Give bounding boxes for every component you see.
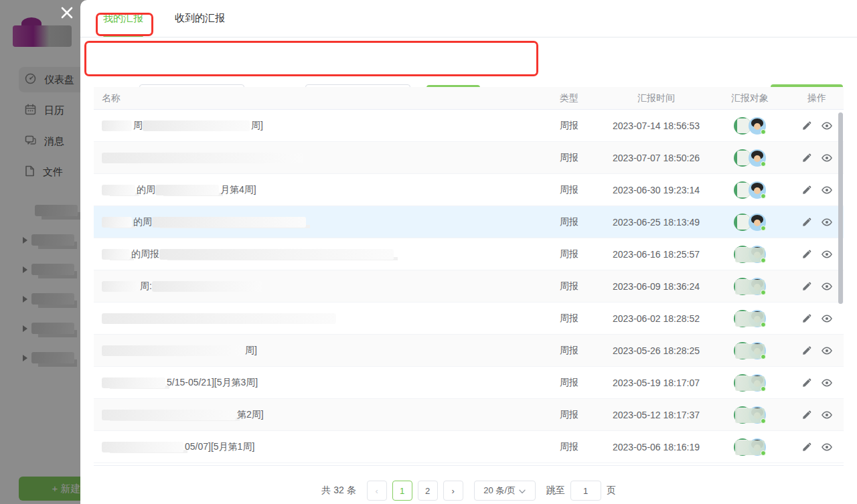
avatar-group (734, 406, 766, 424)
avatar-group (734, 438, 766, 456)
tab-received-reports[interactable]: 收到的汇报 (175, 0, 225, 37)
view-icon[interactable] (822, 120, 832, 131)
table-row[interactable]: 周] 周报 2023-05-26 18:28:25 (94, 335, 844, 367)
table-row[interactable]: 的周 周报 2023-06-25 18:13:49 (94, 206, 844, 238)
edit-icon[interactable] (801, 120, 812, 131)
table-row[interactable]: 第2周] 周报 2023-05-12 18:17:37 (94, 399, 844, 431)
view-icon[interactable] (822, 345, 832, 356)
table-row[interactable]: 的周 月第4周] 周报 2023-06-30 19:23:14 (94, 174, 844, 206)
tab-bar: 我的汇报 收到的汇报 (80, 0, 857, 37)
jump-page-input[interactable] (570, 481, 601, 501)
name-fragment: 的周报 (131, 248, 159, 260)
prev-page-button[interactable]: ‹ (367, 481, 387, 501)
avatar-group (734, 246, 766, 263)
report-type: 周报 (536, 377, 603, 389)
online-status-dot (761, 193, 766, 199)
report-type: 周报 (536, 120, 603, 132)
edit-icon[interactable] (801, 217, 812, 228)
row-actions (790, 442, 844, 452)
report-type: 周报 (536, 345, 603, 357)
view-icon[interactable] (822, 153, 832, 163)
report-name: 周] (94, 345, 536, 357)
view-icon[interactable] (822, 410, 832, 420)
view-icon[interactable] (822, 185, 832, 195)
report-name: 第2周] (94, 409, 536, 421)
name-fragment: 5/15-05/21][5月第3周] (167, 377, 258, 389)
report-time: 2023-05-26 18:28:25 (603, 345, 710, 356)
report-time: 2023-05-12 18:17:37 (603, 410, 710, 420)
edit-icon[interactable] (801, 345, 812, 356)
report-name: 5/15-05/21][5月第3周] (94, 377, 536, 389)
view-icon[interactable] (822, 281, 832, 292)
table-row[interactable]: 周报 2023-07-07 18:50:26 (94, 142, 844, 174)
online-status-dot (761, 418, 766, 424)
view-icon[interactable] (822, 377, 832, 388)
edit-icon[interactable] (801, 410, 812, 420)
page-button-2[interactable]: 2 (418, 481, 438, 501)
redaction-blur (152, 217, 306, 228)
report-time: 2023-06-09 18:36:24 (603, 281, 710, 292)
report-recipients (710, 246, 790, 263)
table-body: 周 周] 周报 2023-07-14 18:56:53 (94, 110, 844, 463)
redaction-blur (102, 249, 130, 260)
report-name: 的周 月第4周] (94, 184, 536, 196)
report-time: 2023-06-25 18:13:49 (603, 217, 710, 228)
table-row[interactable]: 周: 周报 2023-06-09 18:36:24 (94, 270, 844, 303)
table-row[interactable]: 05/07][5月第1周] 周报 2023-05-06 18:16:19 (94, 431, 844, 463)
online-status-dot (761, 450, 766, 456)
row-actions (790, 153, 844, 163)
report-time: 2023-06-30 19:23:14 (603, 185, 710, 195)
pagination: 共 32 条 ‹ 1 2 › 20 条/页 跳至 页 (80, 478, 857, 503)
report-time: 2023-06-16 18:25:57 (603, 249, 710, 260)
row-actions (790, 120, 844, 131)
edit-icon[interactable] (801, 281, 812, 292)
report-type: 周报 (536, 280, 603, 292)
table-row[interactable]: 周报 2023-06-02 18:28:52 (94, 303, 844, 335)
edit-icon[interactable] (801, 153, 812, 163)
name-fragment: 05/07][5月第1周] (185, 441, 254, 453)
column-header-type: 类型 (536, 92, 603, 104)
redaction-blur (102, 377, 165, 388)
redaction-blur (102, 345, 244, 356)
row-actions (790, 217, 844, 228)
view-icon[interactable] (822, 442, 832, 452)
redaction-blur (102, 185, 135, 195)
app-window: 仪表盘 日历 消息 文件 + 新建 (0, 0, 857, 504)
next-page-button[interactable]: › (443, 481, 463, 501)
table-header: 名称 类型 汇报时间 汇报对象 操作 (94, 87, 844, 110)
report-type: 周报 (536, 184, 603, 196)
report-name: 05/07][5月第1周] (94, 441, 536, 453)
view-icon[interactable] (822, 217, 832, 228)
edit-icon[interactable] (801, 377, 812, 388)
online-status-dot (761, 226, 766, 231)
edit-icon[interactable] (801, 249, 812, 260)
close-icon[interactable] (60, 6, 74, 19)
edit-icon[interactable] (801, 313, 812, 324)
tab-my-reports[interactable]: 我的汇报 (103, 0, 143, 37)
view-icon[interactable] (822, 249, 832, 260)
report-time: 2023-05-19 18:17:07 (603, 377, 710, 388)
report-name: 的周 (94, 216, 536, 228)
online-status-dot (761, 161, 766, 167)
table-row[interactable]: 5/15-05/21][5月第3周] 周报 2023-05-19 18:17:0… (94, 367, 844, 399)
table-scrollbar[interactable] (838, 112, 843, 304)
online-status-dot (761, 258, 766, 263)
redaction-blur (102, 153, 303, 163)
report-recipients (710, 406, 790, 424)
page-button-1[interactable]: 1 (392, 481, 412, 501)
page-size-select[interactable]: 20 条/页 (474, 481, 536, 501)
report-type: 周报 (536, 216, 603, 228)
redaction-blur (102, 442, 183, 452)
column-header-actions: 操作 (790, 92, 844, 104)
report-type: 周报 (536, 248, 603, 260)
redaction-blur (102, 217, 132, 228)
report-recipients (710, 438, 790, 456)
table-row[interactable]: 周 周] 周报 2023-07-14 18:56:53 (94, 110, 844, 142)
view-icon[interactable] (822, 313, 832, 324)
report-recipients (710, 278, 790, 295)
edit-icon[interactable] (801, 185, 812, 195)
table-row[interactable]: 的周报 周报 2023-06-16 18:25:57 (94, 238, 844, 270)
filter-bar: 汇报类型 全部 汇报时间 请选择时间 搜索 (80, 37, 857, 79)
edit-icon[interactable] (801, 442, 812, 452)
redaction-blur (152, 281, 262, 292)
